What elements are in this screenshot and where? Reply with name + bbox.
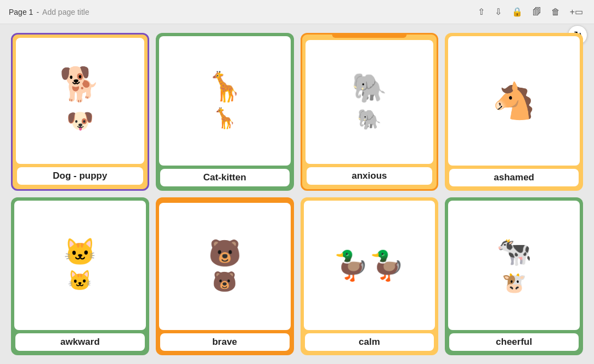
add-button[interactable]: +▭ (568, 4, 585, 19)
card-grid: 🐕🐶 Dog - puppy 🦒🦒 Cat-kitten 🐘🐘 anxious … (11, 33, 583, 355)
trash-button[interactable]: 🗑 (549, 5, 562, 19)
animal-icon-dog-puppy: 🐕🐶 (54, 62, 106, 139)
card-image-awkward: 🐱🐱 (14, 201, 146, 330)
card-label-brave: brave (160, 333, 290, 351)
animal-icon-awkward: 🐱🐱 (58, 234, 102, 297)
card-anxious[interactable]: 🐘🐘 anxious (301, 33, 439, 191)
card-cheerful[interactable]: 🐄🐮 cheerful (445, 197, 583, 355)
add-title-link[interactable]: Add page title (42, 8, 89, 16)
main-content: 🐕🐶 Dog - puppy 🦒🦒 Cat-kitten 🐘🐘 anxious … (0, 24, 594, 364)
card-label-cheerful: cheerful (449, 333, 579, 351)
animal-icon-brave: 🐻🐻 (203, 235, 247, 298)
copy-button[interactable]: 🗐 (530, 5, 544, 19)
card-image-brave: 🐻🐻 (159, 203, 291, 330)
card-image-calm: 🦆🦆 (304, 201, 435, 330)
card-label-calm: calm (305, 333, 434, 351)
card-label-ashamed: ashamed (449, 169, 579, 186)
animal-icon-cheerful: 🐄🐮 (491, 231, 538, 299)
animal-icon-cat-kitten: 🦒🦒 (201, 67, 248, 135)
card-image-dog-puppy: 🐕🐶 (16, 38, 144, 164)
top-bar: Page 1 - Add page title ⇧ ⇩ 🔒 🗐 🗑 +▭ (0, 0, 594, 24)
breadcrumb: Page 1 - Add page title (9, 8, 89, 16)
card-label-awkward: awkward (15, 333, 145, 351)
card-dog-puppy[interactable]: 🐕🐶 Dog - puppy (11, 33, 149, 191)
card-label-cat-kitten: Cat-kitten (160, 169, 290, 186)
chevron-down-button[interactable]: ⇩ (493, 4, 504, 19)
card-awkward[interactable]: 🐱🐱 awkward (11, 197, 149, 355)
separator: - (36, 8, 39, 16)
anxious-top-bar (332, 33, 406, 38)
toolbar-icons: ⇧ ⇩ 🔒 🗐 🗑 +▭ (476, 4, 585, 19)
animal-icon-anxious: 🐘🐘 (346, 68, 393, 136)
chevron-up-button[interactable]: ⇧ (476, 4, 487, 19)
card-brave[interactable]: 🐻🐻 brave (156, 197, 294, 355)
card-image-ashamed: 🐴 (448, 36, 580, 166)
card-label-dog-puppy: Dog - puppy (17, 167, 143, 185)
card-image-cat-kitten: 🦒🦒 (159, 36, 291, 166)
animal-icon-ashamed: 🐴 (486, 78, 541, 124)
card-cat-kitten[interactable]: 🦒🦒 Cat-kitten (156, 33, 294, 191)
page-label: Page 1 (9, 8, 33, 16)
card-label-anxious: anxious (307, 167, 433, 185)
card-image-anxious: 🐘🐘 (306, 40, 434, 164)
card-ashamed[interactable]: 🐴 ashamed (445, 33, 583, 191)
animal-icon-calm: 🦆🦆 (328, 246, 410, 285)
lock-button[interactable]: 🔒 (510, 4, 525, 19)
brave-top-bar (186, 197, 262, 202)
card-image-cheerful: 🐄🐮 (448, 201, 580, 330)
card-calm[interactable]: 🦆🦆 calm (301, 197, 439, 355)
